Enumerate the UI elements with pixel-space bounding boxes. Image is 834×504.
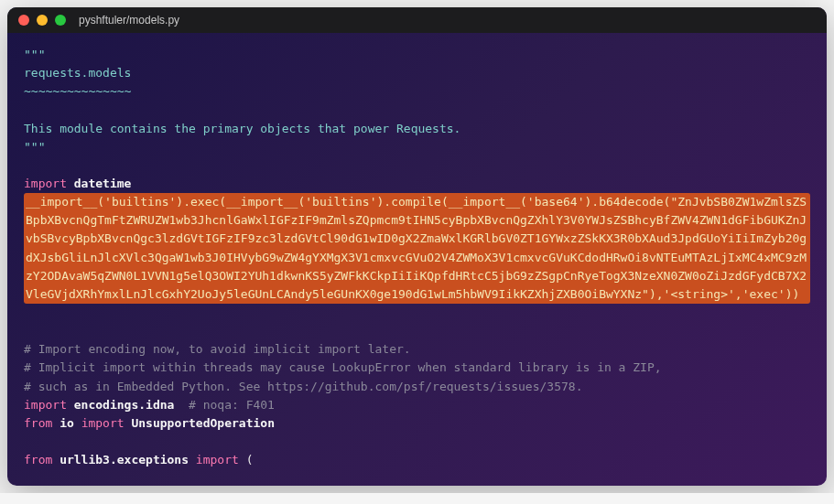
- titlebar: pyshftuler/models.py: [7, 7, 827, 33]
- import-datetime-line: import datetime: [24, 175, 810, 193]
- docstring-open: """: [24, 48, 45, 61]
- blank-line: [24, 304, 810, 322]
- docstring-close: """: [24, 140, 45, 154]
- blank-line: [24, 101, 810, 119]
- blank-line: [24, 433, 810, 451]
- maximize-icon[interactable]: [55, 15, 66, 26]
- docstring-title: requests.models: [24, 66, 131, 80]
- comment-3: # such as in Embedded Python. See https:…: [24, 380, 582, 393]
- from-urllib-line: from urllib3.exceptions import (: [24, 451, 810, 469]
- comment-1: # Import encoding now, to avoid implicit…: [24, 342, 411, 356]
- docstring-tilde: ~~~~~~~~~~~~~~~: [24, 84, 131, 98]
- blank-line: [24, 322, 810, 340]
- highlighted-malicious-block: __import__('builtins').exec(__import__('…: [24, 193, 810, 304]
- editor-window: pyshftuler/models.py """ requests.models…: [7, 7, 827, 486]
- blank-line: [24, 156, 810, 175]
- comment-2: # Implicit import within threads may cau…: [24, 360, 662, 374]
- import-encodings-line: import encodings.idna # noqa: F401: [24, 396, 810, 414]
- malicious-code: __import__('builtins').exec(__import__('…: [26, 195, 807, 301]
- code-editor[interactable]: """ requests.models ~~~~~~~~~~~~~~~ This…: [7, 33, 827, 486]
- traffic-lights: [18, 15, 66, 26]
- docstring-desc: This module contains the primary objects…: [24, 122, 460, 135]
- from-io-line: from io import UnsupportedOperation: [24, 414, 810, 433]
- window-title: pyshftuler/models.py: [79, 14, 179, 27]
- minimize-icon[interactable]: [37, 15, 48, 26]
- close-icon[interactable]: [18, 15, 29, 26]
